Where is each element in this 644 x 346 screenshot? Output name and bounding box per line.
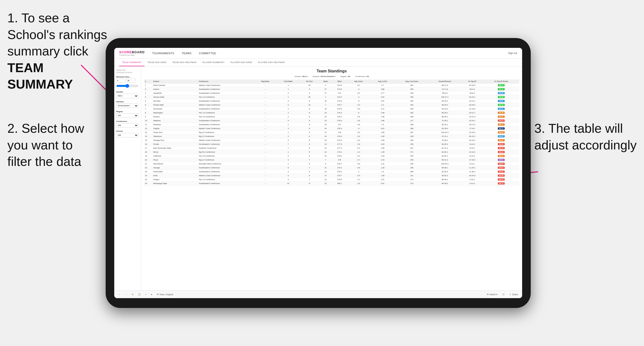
subnav-team-h2h-heatmap[interactable]: TEAM H2H HEATMAP bbox=[169, 59, 200, 66]
cell-conference: Southeastern Conference bbox=[198, 87, 254, 91]
school-select[interactable]: (All) bbox=[116, 133, 138, 137]
cell-vs-top50: 89.11 bbox=[483, 83, 519, 87]
cell-no-tour: 8 bbox=[300, 138, 319, 142]
cell-no-tour: 9 bbox=[300, 87, 319, 91]
points-badge: 83.49 bbox=[498, 112, 505, 114]
cell-conference: Big Ten Conference bbox=[198, 150, 254, 154]
toolbar-clock[interactable]: ● bbox=[150, 293, 153, 296]
cell-wins: 279.1 bbox=[332, 150, 347, 154]
cell-avg-low: 268 bbox=[395, 115, 428, 119]
cell-vs-top50: 80.47 bbox=[483, 138, 519, 142]
cell-conf-rank: 10 bbox=[276, 181, 300, 185]
division-select[interactable]: NCAA Division I NCAA Division II NCAA Di… bbox=[116, 104, 138, 108]
toolbar-back[interactable]: ← bbox=[117, 293, 122, 296]
cell-avg-low: 221 bbox=[395, 174, 428, 178]
table-row: 2 Auburn Southeastern Conference – 1 9 2… bbox=[144, 87, 519, 91]
cell-vs-top25: 30-4-0 bbox=[461, 87, 483, 91]
toolbar-add[interactable]: + bbox=[144, 293, 148, 296]
cell-avg-par: 1.9 bbox=[370, 123, 395, 127]
toolbar-grid[interactable]: ☷ bbox=[501, 293, 506, 296]
filter-group-min-rank: Minimum Rou... bbox=[116, 76, 139, 88]
nav-link-tournaments[interactable]: TOURNAMENTS bbox=[152, 50, 174, 56]
cell-rank: 17 bbox=[144, 146, 152, 150]
cell-conf-rank: 3 bbox=[276, 158, 300, 162]
cell-adj-score: -3.6 bbox=[347, 119, 370, 123]
cell-overall: 66-40-1 bbox=[429, 178, 461, 181]
gender-select[interactable]: Men's Women's bbox=[116, 94, 138, 98]
nav-link-committee[interactable]: COMMITTEE bbox=[199, 50, 216, 56]
cell-no-tour: 23 bbox=[300, 83, 319, 87]
points-badge: 88.84 bbox=[498, 163, 505, 165]
cell-conf-rank: 2 bbox=[276, 135, 300, 138]
table-row: 1 North Carolina Atlantic Coast Conferen… bbox=[144, 83, 519, 87]
cell-conference: Pac-12 Conference bbox=[198, 154, 254, 158]
cell-school: Washington bbox=[152, 111, 198, 115]
meta-region: Region: All bbox=[340, 75, 350, 78]
toolbar-share[interactable]: ⇧ Share bbox=[508, 293, 519, 296]
subnav-player-summary[interactable]: PLAYER SUMMARY bbox=[200, 59, 228, 66]
rank-slider[interactable] bbox=[116, 84, 138, 88]
cell-adj-score: -4 bbox=[347, 87, 370, 91]
cell-adj-score: -6.2 bbox=[347, 91, 370, 95]
nav-signout[interactable]: Sign out bbox=[508, 52, 517, 54]
subnav-player-h2h-grid[interactable]: PLAYER H2H GRID bbox=[228, 59, 255, 66]
rank-range-row bbox=[116, 79, 139, 83]
cell-vs-top50: 82.11 bbox=[483, 127, 519, 131]
filter-group-school: School (All) bbox=[116, 130, 139, 137]
cell-overall: 95-29-2 bbox=[429, 103, 461, 107]
cell-rank: 16 bbox=[144, 142, 152, 146]
cell-adj-score: -6 bbox=[347, 127, 370, 131]
toolbar-forward[interactable]: → bbox=[124, 293, 128, 296]
cell-school: Vanderbilt bbox=[152, 91, 198, 95]
subnav-team-summary[interactable]: TEAM SUMMARY bbox=[119, 59, 144, 66]
cell-avg-par: 2.88 bbox=[370, 87, 395, 91]
cell-avg-par: 1.98 bbox=[370, 115, 395, 119]
rank-from-input[interactable] bbox=[116, 79, 126, 83]
tablet-frame: SCOREBOARD Powered by clippi TOURNAMENTS… bbox=[106, 38, 531, 308]
cell-vs-top50: 88.13 bbox=[483, 181, 519, 185]
points-badge: 86.91 bbox=[498, 159, 505, 161]
cell-conf-rank: 2 bbox=[276, 103, 300, 107]
cell-vs-top25: 11-29-1 bbox=[461, 166, 483, 170]
cell-adj-score: -4 bbox=[347, 95, 370, 99]
cell-overall: 100-27-1 bbox=[429, 95, 461, 99]
subnav-player-h2h-heatmap[interactable]: PLAYER H2H HEATMAP bbox=[255, 59, 288, 66]
cell-rank: 4 bbox=[144, 95, 152, 99]
table-row: 19 California Pac-12 Conference – 4 8 24… bbox=[144, 154, 519, 158]
cell-rank: 18 bbox=[144, 150, 152, 154]
nav-link-teams[interactable]: TEAMS bbox=[182, 50, 192, 56]
conference-select[interactable]: (All) SEC ACC Big 12 Pac-12 Big Ten bbox=[116, 123, 138, 128]
cell-wins: 276.9 bbox=[332, 135, 347, 138]
cell-rnds: 24 bbox=[319, 142, 332, 146]
table-row: 15 Georgia Tech Atlantic Coast Conferenc… bbox=[144, 138, 519, 142]
table-row: 25 Oregon Pac-12 Conference – 9 7 21 279… bbox=[144, 178, 519, 181]
region-select[interactable]: N/A All East West bbox=[116, 113, 138, 118]
cell-reg-rank: – bbox=[254, 87, 276, 91]
cell-no-tour: 6 bbox=[300, 99, 319, 103]
cell-adj-score: -0.4 bbox=[347, 174, 370, 178]
cell-conference: Pac-12 Conference bbox=[198, 178, 254, 181]
subnav-team-h2h-grid[interactable]: TEAM H2H GRID bbox=[144, 59, 169, 66]
toolbar-view-original[interactable]: 👁 View: Original bbox=[156, 293, 174, 296]
cell-conf-rank: 3 bbox=[276, 99, 300, 103]
cell-vs-top25: 4-21-0 bbox=[461, 181, 483, 185]
cell-adj-score: -2.9 bbox=[347, 142, 370, 146]
cell-reg-rank: – bbox=[254, 95, 276, 99]
cell-adj-score: -1.4 bbox=[347, 150, 370, 154]
points-badge: 79.27 bbox=[498, 100, 505, 102]
cell-rank: 8 bbox=[144, 111, 152, 115]
toolbar-copy[interactable]: 📋 bbox=[137, 293, 142, 296]
cell-no-tour: 9 bbox=[300, 142, 319, 146]
toolbar-watch[interactable]: 👁 Watch ▾ bbox=[486, 293, 499, 296]
cell-conference: Southern Conference bbox=[198, 146, 254, 150]
col-reg-rank: Reg Rank bbox=[254, 79, 276, 83]
table-row: 4 Arizona State Pac-12 Conference – 1 26… bbox=[144, 95, 519, 99]
main-content: Update time: 27/03/2024 16:56:26 Minimum… bbox=[114, 66, 522, 290]
cell-conf-rank: 5 bbox=[276, 119, 300, 123]
toolbar-reload[interactable]: ↻ bbox=[130, 293, 135, 296]
rank-to-input[interactable] bbox=[126, 79, 136, 83]
cell-no-tour: 6 bbox=[300, 107, 319, 111]
cell-overall: 90-51-2 bbox=[429, 174, 461, 178]
col-school: School bbox=[152, 79, 198, 83]
cell-wins: 273.6 bbox=[332, 87, 347, 91]
